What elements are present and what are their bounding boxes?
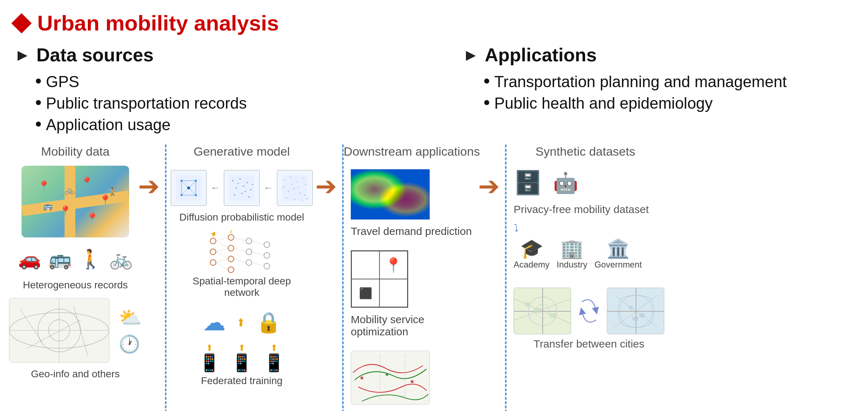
- bullet-dot: [484, 79, 489, 84]
- top-section: ► Data sources GPS Public transportation…: [14, 44, 854, 137]
- government-icon: 🏛️: [607, 238, 630, 260]
- graduate-icon: 🎓: [520, 238, 543, 260]
- spatial-network-label: Spatial-temporal deep network: [178, 275, 306, 298]
- svg-point-59: [246, 238, 252, 244]
- bullet-dot: [484, 100, 489, 105]
- grid-cell-1: [352, 251, 379, 279]
- svg-point-48: [302, 200, 303, 201]
- transfer-arrow-svg: [578, 288, 600, 334]
- red-diamond-icon: [11, 13, 32, 33]
- phone-icon-2: 📱: [231, 353, 253, 373]
- city-map-svg-1: [514, 288, 571, 334]
- generative-model-title: Generative model: [194, 145, 290, 159]
- list-item-app-usage: Application usage: [36, 116, 405, 134]
- arrow-right-icon: ►: [14, 45, 31, 65]
- svg-point-20: [195, 194, 197, 196]
- lock-icon: 🔒: [256, 311, 281, 334]
- svg-point-21: [187, 186, 190, 189]
- diffusion-boxes: ←: [171, 170, 313, 206]
- svg-rect-102: [640, 313, 645, 317]
- route-map-image: [351, 351, 430, 405]
- geo-map-image: [9, 298, 109, 363]
- page-title: Urban mobility analysis: [37, 11, 279, 36]
- svg-rect-92: [525, 302, 530, 307]
- svg-point-37: [290, 176, 291, 177]
- svg-point-64: [264, 263, 270, 269]
- svg-line-69: [216, 259, 228, 263]
- grid-cell-2: 📍: [379, 251, 407, 279]
- svg-point-43: [294, 188, 295, 189]
- downstream-content: Travel demand prediction 📍 ⬛ Mobility se…: [351, 166, 473, 411]
- data-sources-list: GPS Public transportation records Applic…: [14, 73, 405, 134]
- diffusion-label: Diffusion probabilistic model: [179, 212, 304, 223]
- page-title-row: Urban mobility analysis: [14, 11, 854, 36]
- phone-group-2: ⬆ 📱: [231, 343, 253, 373]
- academy-group: 🎓 Academy: [514, 238, 549, 270]
- city-map-2: [607, 288, 664, 334]
- federated-label: Federated training: [201, 375, 282, 387]
- data-sources-header: ► Data sources: [14, 44, 405, 66]
- diffusion-svg-2: [227, 174, 256, 202]
- academy-label: Academy: [514, 260, 549, 270]
- bus-icon: 🚌: [48, 248, 72, 270]
- mobility-data-content: 📍 📍 📍 📍 📍 🚶 🚲 🚌 🚗 🚌 🚶 🚲 Heterogeneous re…: [9, 166, 142, 380]
- geo-info-row: ⛅ 🕐: [9, 298, 142, 363]
- city-map-svg-2: [607, 288, 664, 334]
- svg-point-44: [300, 193, 301, 194]
- synthetic-datasets-title: Synthetic datasets: [536, 145, 635, 159]
- travel-demand-row: [351, 166, 430, 223]
- svg-rect-101: [629, 306, 633, 310]
- synthetic-datasets-column: Synthetic datasets 🗄️ 🤖 Privacy-free mob…: [510, 145, 661, 350]
- travel-demand-item: Travel demand prediction: [351, 166, 472, 237]
- svg-line-73: [234, 259, 246, 263]
- svg-line-66: [216, 241, 228, 248]
- yellow-up-2: ⬆: [238, 343, 245, 353]
- map-pin-walk: 🚶: [108, 187, 117, 197]
- applications-title: Applications: [485, 44, 597, 66]
- svg-rect-94: [550, 313, 556, 318]
- svg-rect-35: [282, 175, 307, 200]
- heterogeneous-records-label: Heterogeneous records: [23, 279, 128, 291]
- downstream-column: Downstream applications: [347, 145, 476, 411]
- svg-point-51: [298, 187, 299, 188]
- distribution-section: ⤵ 🎓 Academy 🏢 Industry 🏛️ Government: [514, 223, 642, 273]
- grid-image: 📍 ⬛: [351, 250, 408, 308]
- svg-point-17: [180, 180, 183, 182]
- stakeholders-row: 🎓 Academy 🏢 Industry 🏛️ Government: [514, 238, 642, 270]
- network-svg: [206, 230, 278, 273]
- city-map-1: [514, 288, 571, 334]
- generative-model-content: ←: [174, 166, 310, 391]
- diagram-section: Mobility data 📍 📍 📍 📍 📍 🚶 🚲 🚌 🚗 🚌 🚶: [14, 145, 854, 411]
- bullet-dot: [36, 100, 41, 105]
- svg-rect-80: [351, 169, 430, 219]
- svg-point-83: [386, 373, 388, 376]
- applications-section: ► Applications Transportation planning a…: [463, 44, 854, 137]
- svg-point-27: [243, 185, 244, 187]
- svg-point-32: [238, 183, 239, 184]
- walk-icon: 🚶: [79, 248, 102, 270]
- bike-icon: 🚲: [109, 248, 133, 270]
- diff-left-arrow: ←: [210, 182, 220, 194]
- arrow-down-to-syn: ➔: [476, 145, 501, 199]
- federated-block: ☁ ⬆ 🔒 ⬆ 📱 ⬆ 📱 ⬆: [199, 306, 285, 387]
- car-icon: 🚗: [18, 248, 41, 270]
- svg-point-28: [250, 189, 251, 190]
- spatial-network-block: Spatial-temporal deep network: [178, 230, 306, 298]
- svg-point-56: [228, 245, 234, 251]
- synthetic-datasets-content: 🗄️ 🤖 Privacy-free mobility dataset ⤵ 🎓 A…: [514, 166, 657, 350]
- route-svg: [351, 351, 430, 405]
- svg-point-18: [195, 180, 197, 182]
- privacy-free-label: Privacy-free mobility dataset: [514, 203, 649, 216]
- svg-point-57: [228, 256, 234, 262]
- yellow-up-1: ⬆: [206, 343, 213, 353]
- bullet-dot: [36, 122, 41, 127]
- orange-arrow-1: ➔: [138, 173, 160, 199]
- diffusion-block: ←: [174, 166, 310, 391]
- government-label: Government: [594, 260, 642, 270]
- weather-icon: ⛅: [119, 307, 142, 329]
- phone-icon-1: 📱: [199, 353, 220, 373]
- svg-line-72: [234, 248, 246, 252]
- data-sources-title: Data sources: [37, 44, 154, 66]
- diffusion-box-1: [171, 170, 207, 206]
- svg-rect-103: [632, 317, 638, 321]
